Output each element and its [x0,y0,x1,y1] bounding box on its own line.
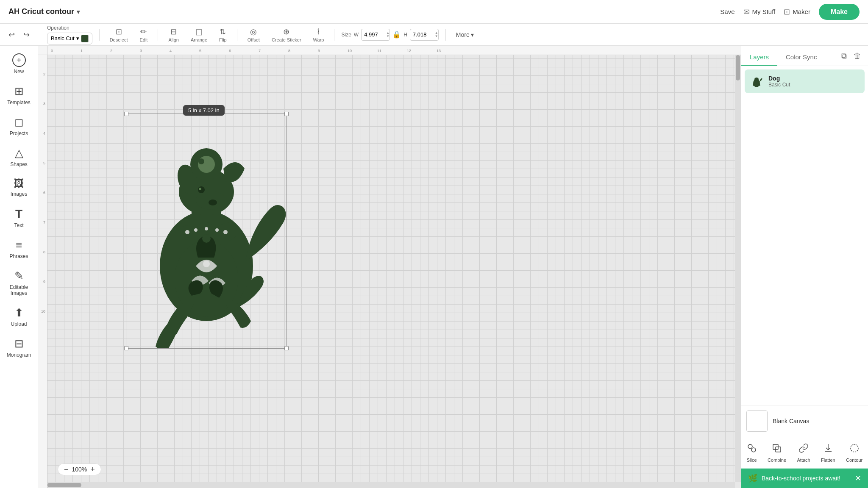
width-input-container: ▲ ▼ [361,29,390,41]
monogram-icon: ⊟ [14,337,24,350]
svg-point-18 [209,200,217,205]
operation-group: Operation Basic Cut ▾ [47,25,92,44]
layers-list: Dog Basic Cut [741,66,868,405]
svg-point-11 [194,228,198,232]
arrange-button[interactable]: ◫ Arrange [187,25,211,44]
ruler-tick-h-10: 10 [348,49,352,53]
projects-icon: ◻ [14,116,24,129]
ruler-tick-h-4: 4 [170,49,172,53]
toolbar: ↩ ↪ Operation Basic Cut ▾ ⊡ Deselect ✏ E… [0,24,868,46]
operation-label: Operation [47,25,92,31]
warp-button[interactable]: ⌇ Warp [310,25,328,44]
ruler-tick-h-2: 2 [110,49,112,53]
edit-button[interactable]: ✏ Edit [136,25,151,44]
blank-canvas-area: Blank Canvas [741,405,868,437]
sidebar-item-phrases[interactable]: ≡ Phrases [2,234,36,263]
zoom-out-button[interactable]: − [64,466,69,473]
more-label: More [456,31,470,38]
scrollbar-thumb-h[interactable] [47,483,81,487]
divider-4 [237,29,237,41]
lock-icon[interactable]: 🔒 [392,30,401,39]
redo-button[interactable]: ↪ [20,28,33,42]
create-sticker-button[interactable]: ⊕ Create Sticker [268,25,305,44]
sidebar-item-upload[interactable]: ⬆ Upload [2,302,36,331]
layer-thumb-dog [749,74,764,89]
tab-actions: ⧉ 🗑 [840,50,868,66]
sidebar-item-text[interactable]: T Text [2,203,36,233]
flip-icon: ⇅ [220,27,226,36]
deselect-button[interactable]: ⊡ Deselect [106,25,131,44]
save-button[interactable]: Save [720,8,734,15]
dog-image[interactable] [126,114,287,349]
ruler-tick-v-10: 10 [41,309,45,313]
scrollbar-horizontal[interactable] [47,482,735,488]
sidebar-item-projects[interactable]: ◻ Projects [2,111,36,141]
notification-close-button[interactable]: ✕ [855,474,861,483]
blank-canvas-label: Blank Canvas [773,418,809,424]
sidebar-item-new[interactable]: + New [2,49,36,79]
sidebar-item-phrases-label: Phrases [9,253,28,259]
canvas-inner: 5 in x 7.02 in [47,55,735,482]
contour-button[interactable]: Contour [843,441,866,464]
more-button[interactable]: More ▾ [453,29,477,41]
svg-point-7 [198,158,204,164]
layer-info-dog: Dog Basic Cut [768,75,860,88]
canvas-scroll[interactable]: 5 in x 7.02 in [47,55,735,482]
maker-button[interactable]: ⊡ Maker [784,7,810,17]
ruler-v-inner: 2 3 4 5 6 7 8 9 10 [38,55,46,488]
width-input[interactable] [364,31,384,38]
sidebar-item-projects-label: Projects [10,130,28,136]
zoom-in-button[interactable]: + [90,466,95,473]
offset-button[interactable]: ◎ Offset [244,25,263,44]
scrollbar-vertical[interactable] [735,55,741,482]
flip-button[interactable]: ⇅ Flip [216,25,230,44]
svg-point-15 [202,234,211,243]
divider-3 [158,29,158,41]
title-text: AH Cricut contour [8,7,74,16]
layer-item-dog[interactable]: Dog Basic Cut [745,69,865,93]
app-title[interactable]: AH Cricut contour ▾ [8,7,80,16]
operation-select[interactable]: Basic Cut ▾ [47,33,92,44]
sidebar-item-editable-images[interactable]: ✎ Editable Images [2,265,36,300]
sidebar-item-images[interactable]: 🖼 Images [2,173,36,201]
shapes-icon: △ [15,147,23,160]
svg-point-23 [751,448,756,452]
arrange-icon: ◫ [195,27,203,36]
color-swatch[interactable] [81,35,89,42]
title-chevron: ▾ [77,8,80,15]
align-button[interactable]: ⊟ Align [165,25,182,44]
right-panel-tabs: Layers Color Sync ⧉ 🗑 [741,46,868,66]
svg-point-14 [223,230,228,234]
scrollbar-thumb-v[interactable] [736,55,740,80]
flatten-icon [823,443,833,456]
tab-color-sync[interactable]: Color Sync [777,49,825,66]
slice-button[interactable]: Slice [743,441,760,464]
ruler-tick-v-8: 8 [43,250,45,254]
my-stuff-button[interactable]: ✉ My Stuff [743,7,776,17]
redo-icon: ↪ [23,30,30,39]
ruler-tick-v-6: 6 [43,191,45,195]
templates-icon: ⊞ [14,85,24,98]
duplicate-button[interactable]: ⧉ [840,50,849,62]
warp-icon: ⌇ [317,27,320,36]
delete-button[interactable]: 🗑 [852,50,863,62]
new-icon: + [12,53,26,67]
trash-icon: 🗑 [854,52,861,60]
editable-images-icon: ✎ [14,269,24,283]
ruler-tick-h-0: 0 [51,49,53,53]
undo-button[interactable]: ↩ [5,28,18,42]
tab-layers[interactable]: Layers [741,49,777,66]
sidebar-item-monogram[interactable]: ⊟ Monogram [2,333,36,362]
height-input[interactable] [413,31,433,38]
sidebar-item-shapes[interactable]: △ Shapes [2,142,36,172]
align-icon: ⊟ [170,27,177,36]
ruler-tick-h-11: 11 [377,49,381,53]
divider-5 [334,29,334,41]
sidebar-item-templates[interactable]: ⊞ Templates [2,80,36,110]
attach-button[interactable]: Attach [794,441,814,464]
flatten-button[interactable]: Flatten [818,441,839,464]
svg-point-22 [748,444,752,449]
combine-button[interactable]: Combine [764,441,790,464]
make-button[interactable]: Make [819,4,860,20]
ruler-tick-v-2: 2 [43,72,45,76]
